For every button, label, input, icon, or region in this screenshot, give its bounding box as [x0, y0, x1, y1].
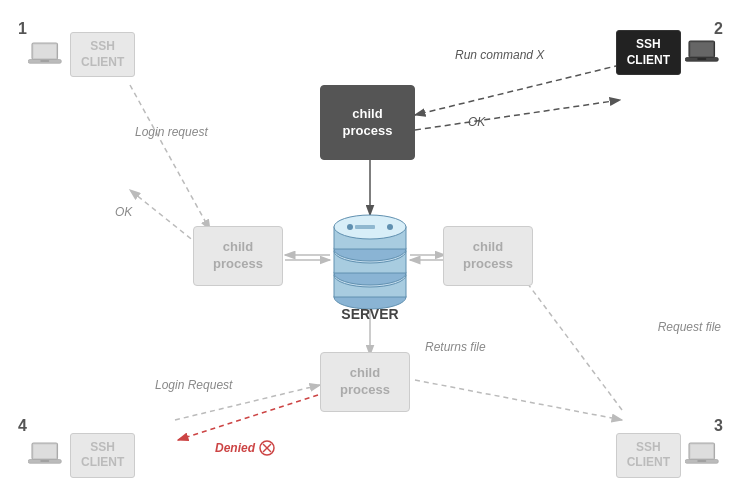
diagram: 1 SSHCLIENT 2 SSHCLIENT Run command X OK… — [0, 0, 741, 500]
child-process-right: childprocess — [443, 226, 533, 286]
svg-line-13 — [130, 85, 210, 230]
client1-group: SSHCLIENT — [28, 32, 135, 77]
server-icon — [320, 210, 420, 310]
svg-line-18 — [178, 395, 318, 440]
child-process-bottom: childprocess — [320, 352, 410, 412]
svg-line-5 — [415, 65, 620, 115]
svg-rect-24 — [691, 42, 714, 56]
client2-box: SSHCLIENT — [616, 30, 681, 75]
svg-point-36 — [347, 224, 353, 230]
svg-rect-43 — [691, 445, 714, 459]
svg-line-6 — [415, 100, 620, 130]
corner-1: 1 — [18, 20, 27, 38]
client3-group: SSHCLIENT — [616, 433, 723, 478]
client1-box: SSHCLIENT — [70, 32, 135, 77]
request-file-label: Request file — [658, 320, 721, 334]
corner-4: 4 — [18, 417, 27, 435]
client4-box: SSHCLIENT — [70, 433, 135, 478]
laptop-icon-4 — [28, 440, 66, 470]
run-command-label: Run command X — [455, 48, 544, 62]
client3-box: SSHCLIENT — [616, 433, 681, 478]
laptop-icon-1 — [28, 40, 66, 70]
ok-1-label: OK — [115, 205, 132, 219]
svg-rect-26 — [697, 58, 706, 60]
denied-icon — [259, 440, 275, 456]
laptop-icon-2 — [685, 38, 723, 68]
denied-label: Denied — [215, 440, 275, 456]
child-process-top: childprocess — [320, 85, 415, 160]
svg-rect-20 — [34, 44, 57, 58]
svg-point-37 — [387, 224, 393, 230]
svg-rect-47 — [34, 445, 57, 459]
laptop-icon-3 — [685, 440, 723, 470]
client2-group: SSHCLIENT — [616, 30, 723, 75]
login-request-1-label: Login request — [135, 125, 208, 139]
svg-rect-49 — [40, 461, 49, 463]
svg-rect-45 — [697, 461, 706, 463]
returns-file-label: Returns file — [425, 340, 486, 354]
svg-line-16 — [415, 380, 622, 420]
svg-rect-22 — [40, 60, 49, 62]
server-group: SERVER — [320, 210, 420, 322]
client4-group: SSHCLIENT — [28, 433, 135, 478]
child-process-left: childprocess — [193, 226, 283, 286]
ok-right-label: OK — [468, 115, 485, 129]
svg-rect-38 — [355, 225, 375, 229]
login-request-4-label: Login Request — [155, 378, 232, 392]
